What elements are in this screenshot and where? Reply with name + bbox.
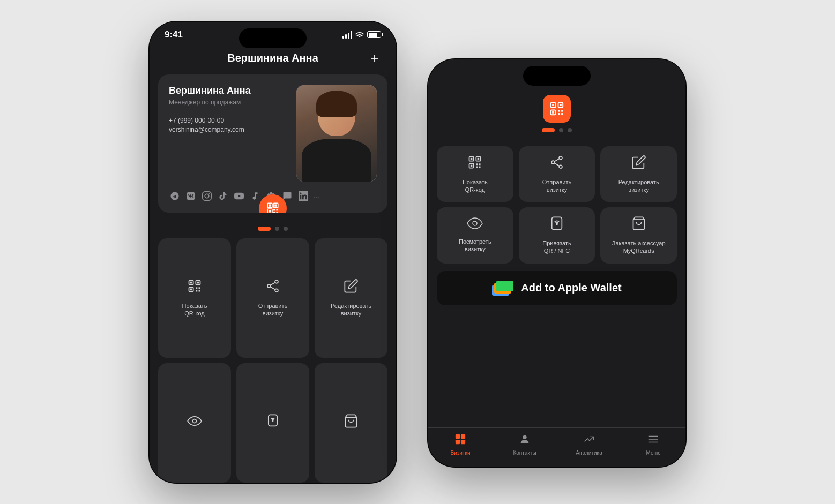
- card-job-title: Менеджер по продажам: [169, 99, 296, 106]
- action-grid-right-1: ПоказатьQR-код Отправитьвизитку: [437, 146, 677, 202]
- action-share-right[interactable]: Отправитьвизитку: [519, 146, 595, 202]
- qr-icon-right: [467, 155, 482, 173]
- svg-point-25: [193, 419, 197, 423]
- telegram-icon: [169, 190, 181, 202]
- tab-cards-right[interactable]: Визитки: [428, 433, 493, 456]
- page-dots-right: [428, 128, 685, 132]
- action-cart-left[interactable]: [315, 363, 387, 483]
- svg-rect-47: [476, 166, 478, 168]
- svg-point-27: [272, 420, 273, 421]
- cart-icon-right: [631, 216, 646, 234]
- svg-rect-19: [199, 290, 200, 291]
- tab-contacts-right[interactable]: Контакты: [493, 433, 557, 456]
- svg-rect-8: [273, 212, 275, 213]
- svg-line-24: [271, 287, 275, 289]
- dot-3: [284, 227, 288, 231]
- action-qr-right[interactable]: ПоказатьQR-код: [437, 146, 513, 202]
- svg-point-56: [556, 223, 557, 224]
- business-card-left[interactable]: Вершинина Анна Менеджер по продажам +7 (…: [158, 74, 387, 213]
- svg-rect-46: [479, 163, 481, 165]
- action-label-cart-right: Заказать аксессуарMyQRcards: [612, 239, 666, 255]
- action-nfc-right[interactable]: ПривязатьQR / NFC: [519, 207, 595, 264]
- svg-rect-13: [197, 282, 199, 284]
- svg-rect-48: [479, 166, 481, 168]
- edit-icon: [344, 279, 359, 297]
- signal-icon: [342, 31, 352, 39]
- svg-rect-9: [277, 212, 278, 213]
- card-email: vershinina@company.com: [169, 126, 296, 133]
- svg-rect-30: [552, 104, 554, 106]
- svg-point-62: [523, 435, 526, 439]
- svg-line-23: [271, 282, 275, 285]
- svg-line-53: [555, 163, 559, 166]
- right-dot-3: [568, 128, 572, 132]
- action-view-left[interactable]: [158, 363, 231, 483]
- svg-rect-18: [196, 290, 197, 291]
- action-grid-left: ПоказатьQR-код Отправитьвизитку: [158, 238, 387, 358]
- dot-2: [275, 227, 279, 231]
- nfc-icon-right: [549, 216, 564, 234]
- svg-rect-7: [277, 209, 278, 210]
- tab-bar-right: Визитки Контакты: [428, 427, 685, 467]
- tab-cards-label-right: Визитки: [451, 450, 471, 456]
- share-icon-right: [549, 155, 564, 173]
- action-cart-right[interactable]: Заказать аксессуарMyQRcards: [600, 207, 677, 264]
- action-edit-left[interactable]: Редактироватьвизитку: [315, 238, 387, 358]
- svg-rect-1: [269, 204, 271, 206]
- svg-rect-58: [456, 434, 460, 438]
- right-dot-1: [542, 128, 555, 132]
- add-button-left[interactable]: +: [366, 50, 383, 67]
- wallet-icon: [492, 281, 513, 296]
- svg-rect-45: [476, 163, 478, 165]
- action-nfc-left[interactable]: [236, 363, 309, 483]
- instagram-icon: [201, 190, 213, 202]
- phone-right: ПоказатьQR-код Отправитьвизитку: [428, 59, 685, 467]
- vk-icon: [185, 190, 197, 202]
- apple-wallet-button[interactable]: Add to Apple Wallet: [437, 271, 677, 305]
- svg-rect-32: [560, 104, 562, 106]
- action-grid-left-2: [158, 363, 387, 483]
- page-dots-left: [150, 227, 396, 231]
- action-edit-right[interactable]: Редактироватьвизитку: [600, 146, 677, 202]
- tab-analytics-right[interactable]: Аналитика: [557, 433, 621, 456]
- svg-rect-42: [478, 157, 480, 160]
- card-info: Вершинина Анна Менеджер по продажам +7 (…: [169, 85, 296, 133]
- svg-point-21: [267, 284, 271, 288]
- action-label-nfc-right: ПривязатьQR / NFC: [542, 239, 571, 255]
- tab-menu-right[interactable]: Меню: [621, 433, 685, 456]
- dynamic-island-right: [523, 66, 591, 86]
- music-icon: [249, 190, 261, 202]
- svg-rect-59: [461, 434, 465, 438]
- right-phone-top: [428, 92, 685, 128]
- action-label-share-right: Отправитьвизитку: [542, 178, 572, 194]
- svg-rect-6: [273, 209, 275, 210]
- svg-rect-60: [456, 439, 460, 443]
- tab-menu-label-right: Меню: [646, 450, 660, 456]
- svg-rect-35: [558, 110, 560, 111]
- right-screen: ПоказатьQR-код Отправитьвизитку: [428, 59, 685, 467]
- eye-icon: [187, 416, 202, 430]
- action-label-edit-right: Редактироватьвизитку: [618, 178, 659, 194]
- svg-rect-37: [558, 113, 560, 115]
- svg-point-51: [559, 165, 562, 168]
- action-label-share: Отправитьвизитку: [258, 302, 288, 318]
- action-view-right[interactable]: Посмотретьвизитку: [437, 207, 513, 264]
- svg-rect-17: [199, 287, 200, 289]
- youtube-icon: [233, 190, 245, 202]
- card-name: Вершинина Анна: [169, 85, 296, 96]
- edit-icon-right: [631, 155, 646, 173]
- action-label-view-right: Посмотретьвизитку: [459, 238, 491, 253]
- svg-point-54: [473, 221, 477, 225]
- svg-rect-61: [461, 439, 465, 443]
- qr-logo: [543, 95, 571, 123]
- action-qr-left[interactable]: ПоказатьQR-код: [158, 238, 231, 358]
- battery-icon: [367, 31, 381, 38]
- svg-rect-15: [190, 288, 192, 290]
- svg-rect-40: [471, 157, 473, 160]
- left-screen: 9:41 Верши: [150, 22, 396, 483]
- phone-left: 9:41 Верши: [150, 22, 396, 483]
- svg-rect-38: [561, 113, 563, 115]
- action-share-left[interactable]: Отправитьвизитку: [236, 238, 309, 358]
- action-grid-right-2: Посмотретьвизитку ПривязатьQR / NFC: [437, 207, 677, 264]
- phones-container: 9:41 Верши: [150, 22, 685, 483]
